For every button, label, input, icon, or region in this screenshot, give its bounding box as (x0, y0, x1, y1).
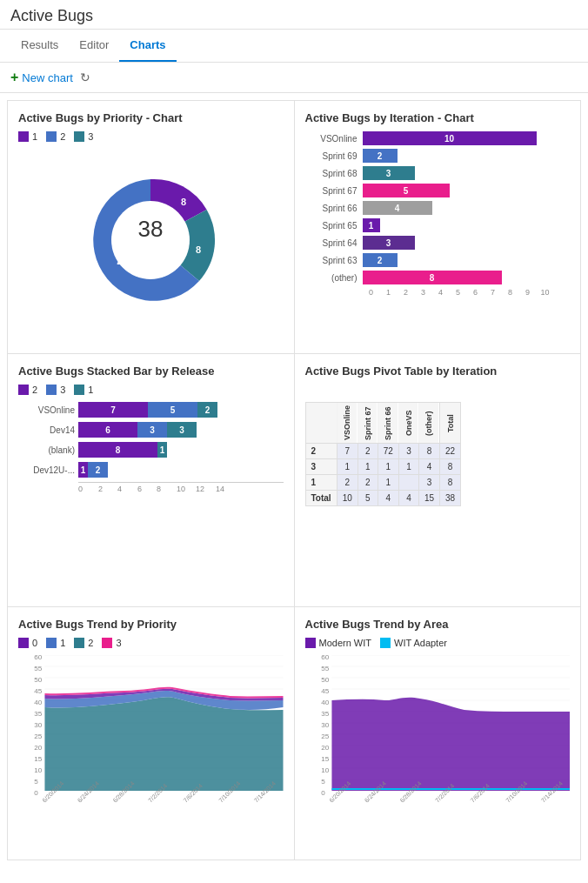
bar-track: 2 (363, 253, 571, 267)
bar-segment: 2 (363, 149, 398, 163)
pivot-table: VSOnline Sprint 67 Sprint 66 OneVS (othe… (305, 402, 462, 506)
pivot-cell: 7 (337, 444, 357, 459)
pivot-cell: 10 (337, 491, 357, 506)
bar-label: Sprint 64 (305, 238, 357, 248)
donut-chart: 38 8 8 22 (18, 149, 284, 331)
legend-item-3: 3 (74, 131, 93, 142)
legend-p3: 3 (102, 638, 121, 648)
legend-label-p2: 2 (88, 638, 93, 648)
pivot-cell (398, 475, 418, 491)
legend-label-p3: 3 (116, 638, 121, 648)
stacked-bar: 6 3 3 (78, 422, 197, 438)
bar-row-sprint68: Sprint 68 3 (305, 166, 571, 180)
legend-label-p1: 1 (60, 638, 65, 648)
pivot-cell: 8 (440, 459, 461, 475)
tab-results[interactable]: Results (10, 30, 69, 62)
stacked-legend-3: 3 (46, 385, 65, 395)
refresh-button[interactable]: ↻ (80, 70, 90, 84)
stacked-legend-color-3 (46, 385, 57, 395)
priority-chart-title: Active Bugs by Priority - Chart (18, 111, 284, 124)
svg-text:5: 5 (34, 778, 38, 786)
stacked-segment: 6 (78, 422, 137, 438)
bar-segment: 10 (363, 131, 537, 145)
bar-segment: 1 (363, 218, 380, 232)
legend-color-modern-wit (305, 638, 316, 648)
stacked-label: Dev14 (18, 425, 75, 435)
pivot-col-other: (other) (418, 403, 439, 444)
legend-color-2 (46, 131, 57, 142)
legend-item-2: 2 (46, 131, 65, 142)
legend-color-p3 (102, 638, 112, 648)
pivot-corner (305, 403, 337, 444)
bar-track: 3 (363, 166, 571, 180)
pivot-row-header: 1 (305, 475, 337, 491)
pivot-col-sprint67: Sprint 67 (357, 403, 378, 444)
iteration-chart-title: Active Bugs by Iteration - Chart (305, 111, 571, 124)
legend-color-p2 (74, 638, 84, 648)
legend-color-3 (74, 131, 84, 142)
page-title: Active Bugs (10, 7, 578, 25)
pivot-row-header: 3 (305, 459, 337, 475)
stacked-segment: 2 (88, 462, 108, 478)
bar-label: Sprint 69 (305, 151, 357, 161)
bar-axis: 0 1 2 3 4 5 6 7 8 9 10 (363, 288, 571, 297)
svg-text:40: 40 (34, 699, 43, 706)
pivot-cell: 15 (418, 491, 439, 506)
bar-row-sprint63: Sprint 63 2 (305, 253, 571, 267)
svg-text:10: 10 (321, 766, 330, 774)
pivot-cell: 38 (440, 491, 461, 506)
legend-color-1 (18, 131, 29, 142)
tab-charts[interactable]: Charts (119, 30, 176, 62)
stacked-bar: 7 5 2 (78, 402, 217, 418)
legend-label-wit-adapter: WIT Adapter (394, 638, 447, 648)
legend-color-wit-adapter (380, 638, 391, 648)
legend-label-2: 2 (60, 131, 65, 142)
pivot-cell: 1 (378, 459, 398, 475)
pivot-cell: 2 (357, 475, 378, 491)
stacked-row-blank: (blank) 8 1 (18, 442, 284, 458)
bar-label: VSOnline (305, 134, 357, 144)
bar-row-sprint69: Sprint 69 2 (305, 149, 571, 163)
tab-editor[interactable]: Editor (69, 30, 119, 62)
svg-text:45: 45 (34, 687, 43, 695)
legend-item-1: 1 (18, 131, 37, 142)
pivot-cell: 2 (357, 444, 378, 459)
pivot-row-header: Total (305, 491, 337, 506)
stacked-label: VSOnline (18, 405, 75, 415)
new-chart-button[interactable]: + New chart (10, 70, 73, 85)
svg-text:10: 10 (34, 766, 43, 774)
stacked-legend-2: 2 (18, 385, 37, 395)
svg-text:25: 25 (321, 732, 330, 740)
legend-modern-wit: Modern WIT (305, 638, 372, 648)
bar-row-sprint67: Sprint 67 5 (305, 184, 571, 197)
bar-segment: 4 (363, 201, 432, 215)
stacked-row-dev12u: Dev12U-... 1 2 (18, 462, 284, 478)
pivot-col-onevs: OneVS (398, 403, 418, 444)
trend-priority-legend: 0 1 2 3 (18, 638, 284, 648)
svg-text:5: 5 (321, 778, 325, 786)
priority-legend: 1 2 3 (18, 131, 284, 142)
bar-segment: 5 (363, 184, 450, 197)
bar-track: 5 (363, 184, 571, 197)
pivot-cell: 1 (378, 475, 398, 491)
legend-color-p0 (18, 638, 29, 648)
pivot-cell: 72 (378, 444, 398, 459)
bar-row-vsonline: VSOnline 10 (305, 131, 571, 145)
svg-text:60: 60 (34, 655, 43, 661)
stacked-segment: 5 (148, 402, 197, 418)
svg-text:8: 8 (181, 197, 186, 207)
stacked-row-dev14: Dev14 6 3 3 (18, 422, 284, 438)
pivot-row-total: Total 10 5 4 4 15 38 (305, 491, 461, 506)
bar-track: 4 (363, 201, 571, 215)
pivot-cell: 1 (398, 459, 418, 475)
iteration-chart-panel: Active Bugs by Iteration - Chart VSOnlin… (295, 101, 581, 353)
bar-track: 3 (363, 236, 571, 250)
svg-text:30: 30 (34, 721, 43, 729)
bar-row-sprint66: Sprint 66 4 (305, 201, 571, 215)
bar-track: 2 (363, 149, 571, 163)
stacked-segment: 8 (78, 442, 157, 458)
stacked-bar-container: VSOnline 7 5 2 Dev14 6 3 3 (blank) 8 (18, 402, 284, 493)
priority-chart-panel: Active Bugs by Priority - Chart 1 2 3 (8, 101, 294, 353)
nav-tabs: Results Editor Charts (0, 30, 588, 63)
stacked-segment: 3 (137, 422, 167, 438)
